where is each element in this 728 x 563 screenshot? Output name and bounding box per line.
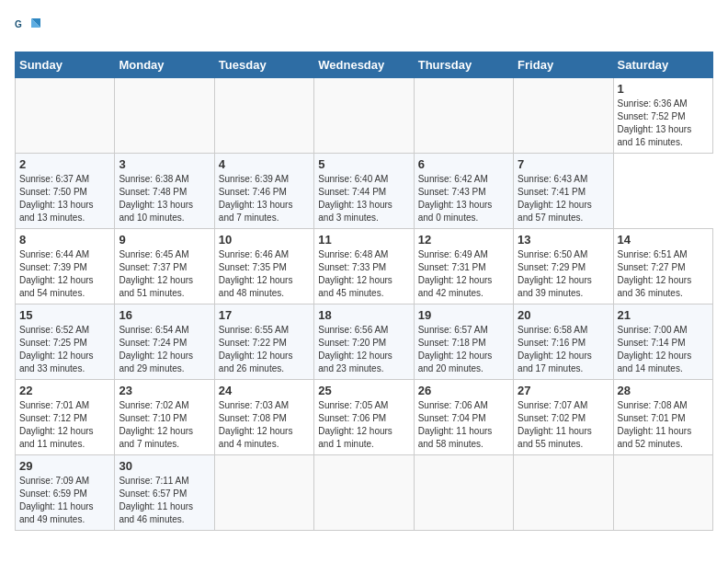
day-of-week-header: Thursday	[414, 52, 513, 78]
calendar-day-cell: 7Sunrise: 6:43 AM Sunset: 7:41 PM Daylig…	[514, 154, 613, 229]
calendar-day-cell: 4Sunrise: 6:39 AM Sunset: 7:46 PM Daylig…	[214, 154, 313, 229]
day-of-week-header: Friday	[514, 52, 613, 78]
calendar-week-row: 15Sunrise: 6:52 AM Sunset: 7:25 PM Dayli…	[16, 304, 713, 380]
day-detail: Sunrise: 6:46 AM Sunset: 7:35 PM Dayligh…	[219, 248, 310, 300]
day-number: 2	[19, 157, 110, 171]
calendar-day-cell: 18Sunrise: 6:56 AM Sunset: 7:20 PM Dayli…	[314, 304, 414, 380]
day-number: 18	[318, 308, 409, 322]
calendar-day-cell: 22Sunrise: 7:01 AM Sunset: 7:12 PM Dayli…	[16, 380, 115, 455]
empty-cell	[16, 78, 115, 154]
logo-icon: G	[15, 15, 40, 40]
calendar-day-cell: 30Sunrise: 7:11 AM Sunset: 6:57 PM Dayli…	[115, 455, 214, 531]
calendar-day-cell: 21Sunrise: 7:00 AM Sunset: 7:14 PM Dayli…	[613, 304, 712, 380]
day-of-week-header: Sunday	[16, 52, 115, 78]
day-number: 19	[418, 308, 509, 322]
empty-cell	[214, 455, 313, 531]
day-number: 16	[119, 308, 210, 322]
day-detail: Sunrise: 7:00 AM Sunset: 7:14 PM Dayligh…	[618, 324, 709, 375]
day-detail: Sunrise: 6:58 AM Sunset: 7:16 PM Dayligh…	[518, 324, 609, 375]
calendar-day-cell: 24Sunrise: 7:03 AM Sunset: 7:08 PM Dayli…	[214, 380, 313, 455]
calendar-day-cell: 29Sunrise: 7:09 AM Sunset: 6:59 PM Dayli…	[16, 455, 115, 531]
day-number: 27	[518, 384, 609, 397]
day-number: 21	[618, 308, 709, 322]
day-number: 12	[418, 233, 509, 247]
day-number: 10	[219, 233, 310, 247]
calendar-day-cell: 8Sunrise: 6:44 AM Sunset: 7:39 PM Daylig…	[16, 229, 115, 304]
day-number: 9	[119, 233, 210, 247]
empty-cell	[115, 78, 214, 154]
calendar-day-cell: 12Sunrise: 6:49 AM Sunset: 7:31 PM Dayli…	[414, 229, 513, 304]
day-number: 15	[19, 308, 110, 322]
day-number: 3	[119, 157, 210, 171]
day-detail: Sunrise: 7:11 AM Sunset: 6:57 PM Dayligh…	[119, 475, 210, 526]
empty-cell	[514, 78, 613, 154]
day-detail: Sunrise: 6:49 AM Sunset: 7:31 PM Dayligh…	[418, 248, 509, 300]
day-number: 26	[418, 384, 509, 397]
day-detail: Sunrise: 7:08 AM Sunset: 7:01 PM Dayligh…	[618, 399, 709, 451]
calendar-day-cell: 25Sunrise: 7:05 AM Sunset: 7:06 PM Dayli…	[314, 380, 414, 455]
day-number: 4	[219, 157, 310, 171]
header: G	[15, 15, 713, 40]
day-detail: Sunrise: 6:50 AM Sunset: 7:29 PM Dayligh…	[518, 248, 609, 300]
calendar-day-cell: 13Sunrise: 6:50 AM Sunset: 7:29 PM Dayli…	[514, 229, 613, 304]
day-of-week-header: Tuesday	[214, 52, 313, 78]
calendar-week-row: 1Sunrise: 6:36 AM Sunset: 7:52 PM Daylig…	[16, 78, 713, 154]
calendar-week-row: 22Sunrise: 7:01 AM Sunset: 7:12 PM Dayli…	[16, 380, 713, 455]
day-detail: Sunrise: 6:36 AM Sunset: 7:52 PM Dayligh…	[618, 98, 709, 149]
day-number: 7	[518, 157, 609, 171]
empty-cell	[314, 455, 414, 531]
day-number: 1	[618, 82, 709, 96]
day-detail: Sunrise: 6:48 AM Sunset: 7:33 PM Dayligh…	[318, 248, 409, 300]
calendar-day-cell: 3Sunrise: 6:38 AM Sunset: 7:48 PM Daylig…	[115, 154, 214, 229]
day-number: 23	[119, 384, 210, 397]
day-detail: Sunrise: 6:40 AM Sunset: 7:44 PM Dayligh…	[318, 173, 409, 224]
day-number: 28	[618, 384, 709, 397]
calendar-day-cell: 17Sunrise: 6:55 AM Sunset: 7:22 PM Dayli…	[214, 304, 313, 380]
day-detail: Sunrise: 7:07 AM Sunset: 7:02 PM Dayligh…	[518, 399, 609, 451]
empty-cell	[613, 455, 712, 531]
day-number: 13	[518, 233, 609, 247]
calendar-day-cell: 1Sunrise: 6:36 AM Sunset: 7:52 PM Daylig…	[613, 78, 712, 154]
day-detail: Sunrise: 6:56 AM Sunset: 7:20 PM Dayligh…	[318, 324, 409, 375]
calendar-day-cell: 15Sunrise: 6:52 AM Sunset: 7:25 PM Dayli…	[16, 304, 115, 380]
day-detail: Sunrise: 6:45 AM Sunset: 7:37 PM Dayligh…	[119, 248, 210, 300]
day-detail: Sunrise: 6:38 AM Sunset: 7:48 PM Dayligh…	[119, 173, 210, 224]
day-detail: Sunrise: 6:42 AM Sunset: 7:43 PM Dayligh…	[418, 173, 509, 224]
day-detail: Sunrise: 6:55 AM Sunset: 7:22 PM Dayligh…	[219, 324, 310, 375]
day-number: 30	[119, 459, 210, 473]
calendar-day-cell: 6Sunrise: 6:42 AM Sunset: 7:43 PM Daylig…	[414, 154, 513, 229]
calendar-day-cell: 14Sunrise: 6:51 AM Sunset: 7:27 PM Dayli…	[613, 229, 712, 304]
calendar-week-row: 2Sunrise: 6:37 AM Sunset: 7:50 PM Daylig…	[16, 154, 713, 229]
day-detail: Sunrise: 7:02 AM Sunset: 7:10 PM Dayligh…	[119, 399, 210, 451]
calendar-day-cell: 23Sunrise: 7:02 AM Sunset: 7:10 PM Dayli…	[115, 380, 214, 455]
day-detail: Sunrise: 7:06 AM Sunset: 7:04 PM Dayligh…	[418, 399, 509, 451]
day-detail: Sunrise: 6:57 AM Sunset: 7:18 PM Dayligh…	[418, 324, 509, 375]
calendar-day-cell: 27Sunrise: 7:07 AM Sunset: 7:02 PM Dayli…	[514, 380, 613, 455]
day-number: 17	[219, 308, 310, 322]
day-detail: Sunrise: 7:05 AM Sunset: 7:06 PM Dayligh…	[318, 399, 409, 451]
day-number: 14	[618, 233, 709, 247]
empty-cell	[414, 455, 513, 531]
calendar-week-row: 29Sunrise: 7:09 AM Sunset: 6:59 PM Dayli…	[16, 455, 713, 531]
day-detail: Sunrise: 6:37 AM Sunset: 7:50 PM Dayligh…	[19, 173, 110, 224]
day-number: 22	[19, 384, 110, 397]
day-of-week-header: Saturday	[613, 52, 712, 78]
day-number: 29	[19, 459, 110, 473]
day-detail: Sunrise: 6:51 AM Sunset: 7:27 PM Dayligh…	[618, 248, 709, 300]
day-of-week-header: Monday	[115, 52, 214, 78]
day-number: 24	[219, 384, 310, 397]
day-detail: Sunrise: 7:09 AM Sunset: 6:59 PM Dayligh…	[19, 475, 110, 526]
logo: G	[15, 15, 44, 40]
calendar-day-cell: 28Sunrise: 7:08 AM Sunset: 7:01 PM Dayli…	[613, 380, 712, 455]
day-number: 6	[418, 157, 509, 171]
calendar-table: SundayMondayTuesdayWednesdayThursdayFrid…	[15, 52, 713, 531]
calendar-day-cell: 20Sunrise: 6:58 AM Sunset: 7:16 PM Dayli…	[514, 304, 613, 380]
calendar-day-cell: 10Sunrise: 6:46 AM Sunset: 7:35 PM Dayli…	[214, 229, 313, 304]
day-number: 11	[318, 233, 409, 247]
day-of-week-header: Wednesday	[314, 52, 414, 78]
day-detail: Sunrise: 6:43 AM Sunset: 7:41 PM Dayligh…	[518, 173, 609, 224]
day-number: 5	[318, 157, 409, 171]
day-detail: Sunrise: 6:39 AM Sunset: 7:46 PM Dayligh…	[219, 173, 310, 224]
empty-cell	[314, 78, 414, 154]
empty-cell	[214, 78, 313, 154]
